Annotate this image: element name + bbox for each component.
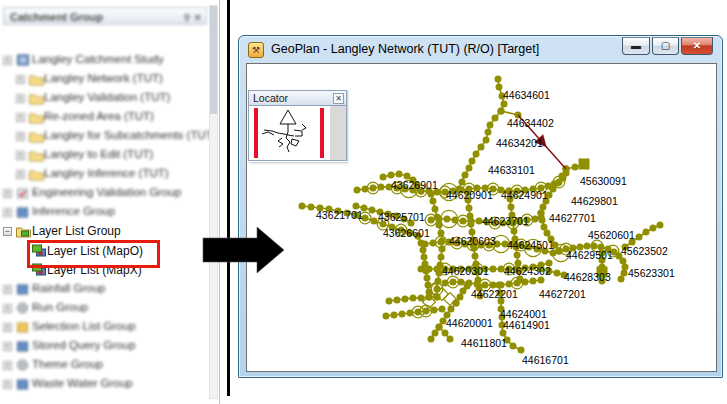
separator-line [227,0,230,396]
tree-item-layer-list-group[interactable]: −Layer List Group [0,222,206,241]
tree-item-langley-inference-tut[interactable]: +Langley Inference (TUT) [0,165,206,184]
node [643,229,650,236]
study-icon [15,53,31,67]
maximize-button[interactable]: ▢ [652,37,679,55]
tree-item-langley-validation-tut[interactable]: +Langley Validation (TUT) [0,89,206,108]
tree-item-label: Inference Group [32,205,115,217]
folder-icon [28,91,44,105]
tree-item-rainfall-group[interactable]: +Rainfall Group [0,280,206,299]
locator-title: Locator [253,92,288,104]
node [501,101,508,108]
group-gray-icon [15,358,31,372]
close-button[interactable]: ✕ [681,37,713,55]
tree-item-run-group[interactable]: +Run Group [0,299,206,318]
node-label: 44620603 [449,235,496,247]
node [450,279,457,286]
panel-header-icons: ⚲ ✕ [184,9,203,27]
geoplan-window: ⚒ GeoPlan - Langley Network (TUT) (R/O) … [238,35,723,378]
expand-box-icon[interactable]: + [16,151,25,160]
close-icon[interactable]: ✕ [194,12,202,23]
node [544,230,551,237]
expand-box-icon[interactable]: + [3,304,12,313]
node-label: 44634201 [496,137,543,149]
node [636,234,643,241]
locator-header[interactable]: Locator ✕ [248,90,347,106]
geoplan-window-title: GeoPlan - Langley Network (TUT) (R/O) [T… [271,42,539,56]
node [354,187,361,194]
node [399,311,406,318]
expand-box-icon[interactable]: + [3,56,12,65]
locator-panel[interactable]: Locator ✕ [248,90,347,162]
expand-box-icon[interactable]: + [3,361,12,370]
tree-item-langley-to-edit-tut[interactable]: +Langley to Edit (TUT) [0,146,206,165]
expand-box-icon[interactable]: + [3,342,12,351]
expand-box-icon[interactable]: + [16,94,25,103]
node [371,218,378,225]
node [473,151,480,158]
tree-item-re-zoned-area-tut[interactable]: +Re-zoned Area (TUT) [0,108,206,127]
expand-box-icon[interactable]: + [3,380,12,389]
expand-box-icon[interactable]: + [16,75,25,84]
tree-item-label: Theme Group [32,358,103,370]
close-icon: ✕ [693,40,701,51]
expand-box-icon[interactable]: + [3,208,12,217]
node-label: 44634601 [503,89,550,101]
pin-icon[interactable]: ⚲ [184,12,191,23]
big-right-arrow-icon [201,225,287,277]
node [438,254,445,261]
tree-item-stored-query-group[interactable]: +Stored Query Group [0,337,206,356]
node [514,280,521,287]
expand-box-icon[interactable]: + [3,189,12,198]
panel-header[interactable]: Catchment Group ⚲ ✕ [3,7,207,25]
expand-box-icon[interactable]: + [16,132,25,141]
locator-network-sketch [258,108,320,159]
locator-close-button[interactable]: ✕ [333,93,344,104]
node [466,205,473,212]
collapse-box-icon[interactable]: − [3,227,12,236]
geoplan-map-canvas[interactable]: 4463460144634402446342014463310145630091… [246,63,717,372]
folder-icon [28,167,44,181]
minimize-button[interactable]: ▬ [622,37,650,55]
node [487,122,494,129]
node-label: 45623301 [628,267,675,279]
tree-item-theme-group[interactable]: +Theme Group [0,356,206,375]
scrollbar-thumb[interactable] [210,6,217,114]
expand-box-icon[interactable]: + [3,285,12,294]
node [436,324,443,331]
node [472,253,479,260]
expand-box-icon[interactable]: + [16,170,25,179]
node [460,218,467,225]
locator-body[interactable] [248,106,347,161]
tree-item-langley-catchment-study[interactable]: +Langley Catchment Study [0,51,206,70]
tree-item-label: Stored Query Group [32,339,136,351]
node [530,278,537,285]
maximize-icon: ▢ [661,40,670,51]
node [421,254,428,261]
tree-item-langley-network-tut[interactable]: +Langley Network (TUT) [0,70,206,89]
node [439,306,446,313]
tree-item-label: Engineering Validation Group [32,186,181,198]
node [462,172,469,179]
node [428,217,435,224]
node-label: 45623502 [621,245,668,257]
node [438,230,445,237]
screenshot-root: Catchment Group ⚲ ✕ +Langley Catchment S… [0,0,727,404]
node-label: 44620301 [442,265,489,277]
tree-item-selection-list-group[interactable]: +Selection List Group [0,318,206,337]
tree-item-waste-water-group[interactable]: +Waste Water Group [0,375,206,394]
node [308,204,315,211]
tree-item-inference-group[interactable]: +Inference Group [0,203,206,222]
tree-scrollbar[interactable] [209,5,218,399]
expand-box-icon[interactable]: + [16,113,25,122]
node [402,296,409,303]
node [483,137,490,144]
geoplan-titlebar[interactable]: ⚒ GeoPlan - Langley Network (TUT) (R/O) … [239,36,722,63]
tree-item-engineering-validation-group[interactable]: +Engineering Validation Group [0,184,206,203]
expand-box-icon[interactable]: + [3,323,12,332]
tree-item-langley-for-subcatchments-tut[interactable]: +Langley for Subcatchments (TUT) [0,127,206,146]
tree-item-label: Selection List Group [32,320,136,332]
node-label: 44629501 [566,249,613,261]
catchment-group-panel: Catchment Group ⚲ ✕ +Langley Catchment S… [0,0,220,404]
tree-item-label: Langley for Subcatchments (TUT) [44,129,217,141]
node [518,347,525,354]
